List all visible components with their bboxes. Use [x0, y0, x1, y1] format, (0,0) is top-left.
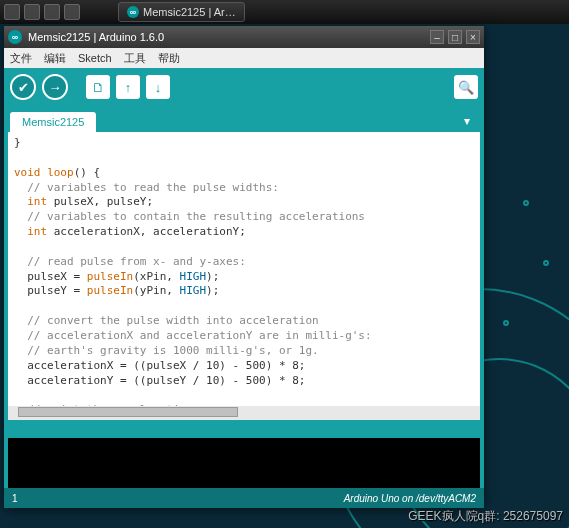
close-button[interactable]: × [466, 30, 480, 44]
tab-menu-button[interactable]: ▾ [456, 110, 478, 132]
menu-sketch[interactable]: Sketch [78, 52, 112, 64]
menu-help[interactable]: 帮助 [158, 51, 180, 66]
taskbar-app-arduino[interactable]: ∞ Memsic2125 | Ar… [118, 2, 245, 22]
save-sketch-button[interactable]: ↓ [146, 75, 170, 99]
console-panel[interactable] [4, 438, 484, 488]
status-bar: 1 Arduino Uno on /dev/ttyACM2 [4, 488, 484, 508]
scrollbar-thumb[interactable] [18, 407, 238, 417]
message-bar [4, 420, 484, 438]
maximize-button[interactable]: □ [448, 30, 462, 44]
tab-bar: Memsic2125 ▾ [4, 106, 484, 132]
taskbar-app-label: Memsic2125 | Ar… [143, 6, 236, 18]
arduino-logo-icon: ∞ [8, 30, 22, 44]
taskbar-workspace-icon[interactable] [24, 4, 40, 20]
os-taskbar: ∞ Memsic2125 | Ar… [0, 0, 569, 24]
sketch-tab[interactable]: Memsic2125 [10, 112, 96, 132]
menu-file[interactable]: 文件 [10, 51, 32, 66]
minimize-button[interactable]: – [430, 30, 444, 44]
watermark-text: GEEK疯人院q群: 252675097 [408, 508, 563, 525]
window-titlebar[interactable]: ∞ Memsic2125 | Arduino 1.6.0 – □ × [4, 26, 484, 48]
status-line-number: 1 [12, 493, 18, 504]
verify-button[interactable]: ✔ [10, 74, 36, 100]
upload-button[interactable]: → [42, 74, 68, 100]
menu-edit[interactable]: 编辑 [44, 51, 66, 66]
taskbar-menu-icon[interactable] [4, 4, 20, 20]
taskbar-files-icon[interactable] [44, 4, 60, 20]
arduino-ide-window: ∞ Memsic2125 | Arduino 1.6.0 – □ × 文件 编辑… [4, 26, 484, 508]
status-board-port: Arduino Uno on /dev/ttyACM2 [344, 493, 476, 504]
taskbar-terminal-icon[interactable] [64, 4, 80, 20]
arduino-logo-icon: ∞ [127, 6, 139, 18]
code-editor[interactable]: } void loop() { // variables to read the… [4, 132, 484, 406]
window-title: Memsic2125 | Arduino 1.6.0 [28, 31, 164, 43]
editor-horizontal-scrollbar[interactable] [4, 406, 484, 420]
new-sketch-button[interactable]: 🗋 [86, 75, 110, 99]
open-sketch-button[interactable]: ↑ [116, 75, 140, 99]
menu-tools[interactable]: 工具 [124, 51, 146, 66]
serial-monitor-button[interactable]: 🔍 [454, 75, 478, 99]
menu-bar: 文件 编辑 Sketch 工具 帮助 [4, 48, 484, 68]
toolbar: ✔ → 🗋 ↑ ↓ 🔍 [4, 68, 484, 106]
